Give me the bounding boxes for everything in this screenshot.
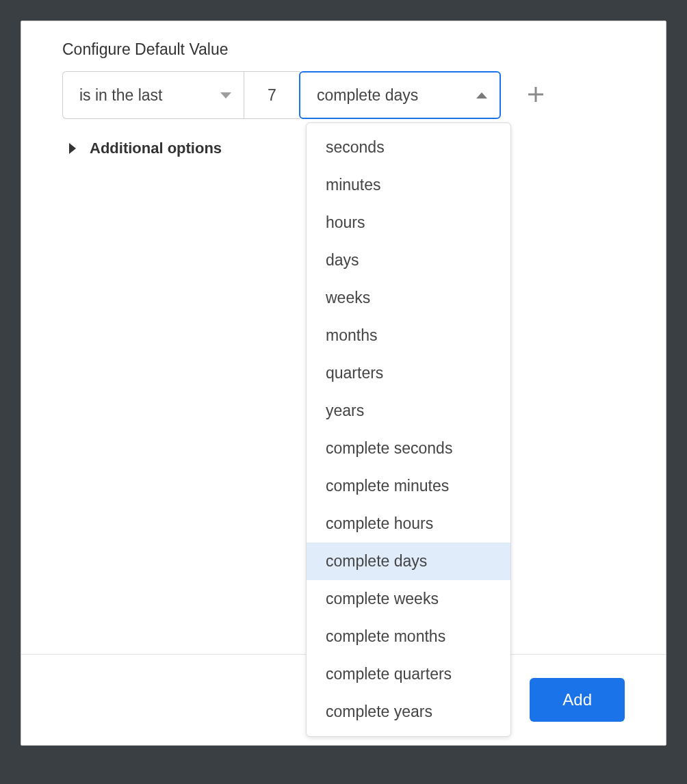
unit-option[interactable]: complete quarters	[307, 655, 510, 693]
unit-select[interactable]: complete days	[299, 71, 501, 119]
add-button[interactable]: Add	[530, 678, 625, 722]
unit-option[interactable]: complete months	[307, 618, 510, 655]
unit-option[interactable]: days	[307, 241, 510, 279]
unit-option[interactable]: complete seconds	[307, 430, 510, 467]
unit-option[interactable]: weeks	[307, 279, 510, 317]
filter-row: is in the last complete days	[62, 71, 625, 119]
dialog-title: Configure Default Value	[62, 40, 625, 59]
triangle-right-icon	[69, 143, 76, 154]
add-condition-button[interactable]	[527, 83, 545, 107]
chevron-down-icon	[220, 92, 231, 99]
additional-options-label: Additional options	[90, 140, 222, 157]
unit-option[interactable]: minutes	[307, 166, 510, 204]
chevron-up-icon	[476, 92, 487, 99]
unit-option[interactable]: complete minutes	[307, 467, 510, 505]
unit-option[interactable]: complete days	[307, 543, 510, 580]
unit-select-label: complete days	[317, 86, 418, 105]
unit-option[interactable]: years	[307, 392, 510, 430]
unit-option[interactable]: seconds	[307, 129, 510, 166]
unit-option[interactable]: complete hours	[307, 505, 510, 543]
condition-select[interactable]: is in the last	[62, 71, 244, 119]
number-input[interactable]	[244, 71, 300, 119]
plus-icon	[527, 86, 545, 103]
unit-option[interactable]: hours	[307, 204, 510, 241]
unit-option[interactable]: complete weeks	[307, 580, 510, 618]
condition-select-label: is in the last	[79, 86, 162, 105]
unit-option[interactable]: quarters	[307, 354, 510, 392]
unit-option[interactable]: months	[307, 317, 510, 354]
unit-option[interactable]: complete years	[307, 693, 510, 731]
unit-dropdown-menu: secondsminuteshoursdaysweeksmonthsquarte…	[306, 122, 511, 737]
